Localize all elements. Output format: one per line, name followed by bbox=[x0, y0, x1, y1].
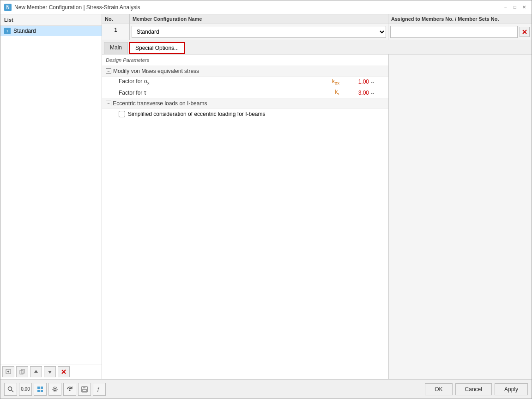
apply-button[interactable]: Apply bbox=[495, 383, 528, 395]
cancel-button[interactable]: Cancel bbox=[455, 383, 492, 395]
bottom-toolbar: 0.00 ƒ OK Cancel Apply bbox=[0, 379, 532, 399]
design-params-header: Design Parameters bbox=[102, 54, 388, 66]
von-mises-group: − Modify von Mises equivalent stress Fac… bbox=[102, 66, 388, 98]
left-panel: List 1 Standard + bbox=[0, 14, 102, 379]
config-no-section: No. 1 bbox=[102, 14, 130, 40]
svg-rect-19 bbox=[83, 387, 85, 388]
minimize-button[interactable]: − bbox=[502, 4, 509, 11]
svg-point-10 bbox=[8, 387, 12, 390]
app-icon: N bbox=[4, 4, 12, 11]
list-header: List bbox=[0, 14, 102, 26]
design-params-panel: Design Parameters − Modify von Mises equ… bbox=[102, 54, 388, 379]
tabs-row: Main Special Options... bbox=[102, 40, 532, 54]
config-no-value: 1 bbox=[102, 24, 129, 36]
toolbar-value-label: 0.00 bbox=[21, 387, 30, 392]
list-item-text: Standard bbox=[13, 28, 36, 34]
tab-main[interactable]: Main bbox=[104, 42, 128, 54]
toolbar-formula-button[interactable]: ƒ bbox=[93, 383, 106, 396]
param-label-tau: Factor for τ bbox=[119, 90, 306, 96]
assigned-input-row bbox=[388, 24, 532, 40]
right-panel: No. 1 Member Configuration Name Standard… bbox=[102, 14, 532, 379]
assigned-clear-button[interactable] bbox=[520, 27, 530, 37]
window-controls: − □ ✕ bbox=[502, 4, 528, 11]
dialog-area: List 1 Standard + bbox=[0, 14, 532, 379]
toolbar-value-button[interactable]: 0.00 bbox=[19, 383, 32, 396]
param-label-sigma: Factor for σx bbox=[119, 78, 306, 85]
toolbar-save-button[interactable] bbox=[78, 383, 91, 396]
assigned-label: Assigned to Members No. / Member Sets No… bbox=[388, 14, 532, 24]
svg-text:ƒ: ƒ bbox=[97, 387, 100, 392]
duplicate-item-button[interactable] bbox=[16, 366, 28, 377]
svg-rect-12 bbox=[37, 387, 40, 389]
toolbar-settings-button[interactable] bbox=[48, 383, 61, 396]
main-window: N New Member Configuration | Stress-Stra… bbox=[0, 0, 532, 399]
param-symbol-sigma: kσx bbox=[306, 78, 343, 85]
left-panel-footer: + bbox=[0, 364, 102, 379]
eccentric-title: Eccentric transverse loads on I-beams bbox=[113, 100, 207, 107]
svg-rect-14 bbox=[37, 390, 40, 392]
eccentric-group: − Eccentric transverse loads on I-beams … bbox=[102, 98, 388, 119]
title-bar-left: N New Member Configuration | Stress-Stra… bbox=[4, 4, 140, 11]
maximize-button[interactable]: □ bbox=[511, 4, 519, 11]
delete-item-button[interactable] bbox=[58, 366, 70, 377]
config-no-label: No. bbox=[102, 14, 129, 24]
assigned-section: Assigned to Members No. / Member Sets No… bbox=[388, 14, 532, 40]
svg-marker-4 bbox=[34, 370, 38, 373]
list-items: 1 Standard bbox=[0, 26, 102, 364]
param-row-tau: Factor for τ kτ 3.00 -- bbox=[102, 87, 388, 98]
svg-text:+: + bbox=[7, 369, 9, 374]
ok-button[interactable]: OK bbox=[425, 383, 452, 395]
param-unit-sigma: -- bbox=[371, 79, 385, 85]
right-empty-panel bbox=[388, 54, 532, 379]
von-mises-title: Modify von Mises equivalent stress bbox=[113, 68, 199, 74]
von-mises-collapse-icon[interactable]: − bbox=[106, 68, 111, 74]
svg-rect-15 bbox=[41, 390, 43, 392]
svg-line-11 bbox=[12, 390, 14, 392]
param-unit-tau: -- bbox=[371, 90, 385, 96]
config-name-select[interactable]: Standard bbox=[132, 26, 386, 38]
config-header: No. 1 Member Configuration Name Standard… bbox=[102, 14, 532, 40]
config-name-label: Member Configuration Name bbox=[130, 14, 388, 24]
toolbar-refresh-button[interactable] bbox=[63, 383, 76, 396]
tab-special-options[interactable]: Special Options... bbox=[129, 42, 185, 54]
eccentric-collapse-icon[interactable]: − bbox=[106, 101, 111, 106]
svg-rect-13 bbox=[41, 387, 43, 389]
close-button[interactable]: ✕ bbox=[520, 4, 528, 11]
eccentric-checkbox[interactable] bbox=[119, 111, 125, 117]
list-item[interactable]: 1 Standard bbox=[0, 26, 102, 36]
toolbar-grid-button[interactable] bbox=[34, 383, 47, 396]
eccentric-group-header[interactable]: − Eccentric transverse loads on I-beams bbox=[102, 98, 388, 109]
assigned-input[interactable] bbox=[390, 26, 518, 38]
move-up-button[interactable] bbox=[30, 366, 42, 377]
list-item-icon: 1 bbox=[4, 28, 11, 34]
eccentric-checkbox-label: Simplified consideration of eccentric lo… bbox=[128, 111, 265, 117]
param-value-tau: 3.00 bbox=[343, 90, 371, 96]
window-title: New Member Configuration | Stress-Strain… bbox=[14, 4, 140, 11]
title-bar: N New Member Configuration | Stress-Stra… bbox=[0, 0, 532, 14]
toolbar-right: OK Cancel Apply bbox=[425, 383, 528, 395]
eccentric-checkbox-row: Simplified consideration of eccentric lo… bbox=[102, 109, 388, 119]
param-symbol-tau: kτ bbox=[306, 89, 343, 96]
param-row-sigma: Factor for σx kσx 1.00 -- bbox=[102, 77, 388, 87]
param-value-sigma: 1.00 bbox=[343, 79, 371, 85]
config-name-section: Member Configuration Name Standard bbox=[130, 14, 388, 40]
toolbar-left: 0.00 ƒ bbox=[4, 383, 106, 396]
toolbar-search-button[interactable] bbox=[4, 383, 17, 396]
von-mises-group-header[interactable]: − Modify von Mises equivalent stress bbox=[102, 66, 388, 77]
add-item-button[interactable]: + bbox=[2, 366, 14, 377]
content-area: Design Parameters − Modify von Mises equ… bbox=[102, 54, 532, 379]
svg-point-16 bbox=[54, 388, 56, 390]
move-down-button[interactable] bbox=[44, 366, 56, 377]
svg-rect-18 bbox=[83, 389, 86, 392]
config-name-input-row: Standard bbox=[130, 24, 388, 40]
svg-marker-5 bbox=[48, 371, 52, 374]
